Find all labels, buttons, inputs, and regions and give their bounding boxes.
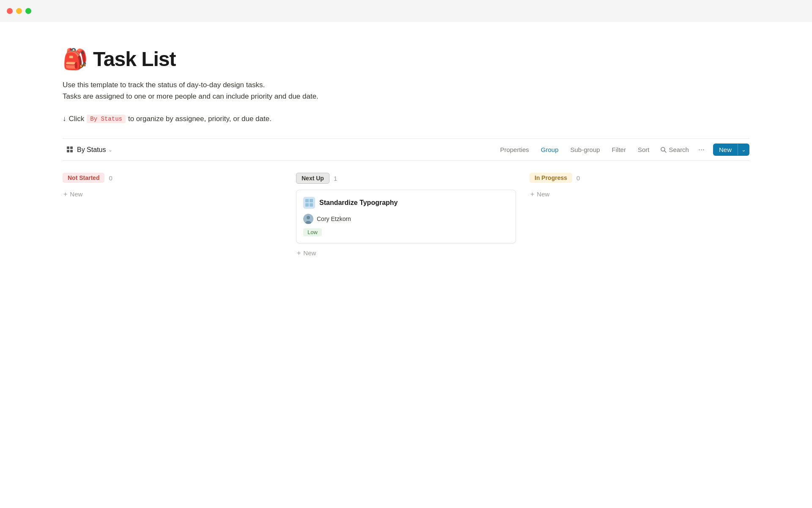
by-status-hint-badge[interactable]: By Status [87,115,126,123]
new-button[interactable]: New ⌄ [713,144,749,156]
filter-button[interactable]: Filter [607,144,631,155]
page-title: Task List [93,47,176,71]
avatar-image [303,214,313,224]
toolbar-left: By Status ⌄ [63,144,116,156]
task-title: Standardize Typography [319,199,398,207]
close-button[interactable] [7,8,13,14]
by-status-button[interactable]: By Status ⌄ [63,144,116,156]
status-badge-not-started: Not Started [63,173,104,183]
maximize-button[interactable] [25,8,31,14]
page-emoji: 🎒 [63,49,88,69]
add-new-label-not-started: New [70,190,82,198]
plus-icon: + [63,191,67,198]
status-badge-in-progress: In Progress [529,173,572,183]
svg-line-5 [664,151,666,152]
column-header-not-started: Not Started 0 [63,173,283,183]
hint-text1: Click [69,115,85,123]
plus-icon: + [530,191,534,198]
column-in-progress: In Progress 0 + New [529,173,749,199]
description-line1: Use this template to track the status of… [63,79,749,91]
add-new-in-progress[interactable]: + New [529,189,749,199]
page-description: Use this template to track the status of… [63,79,749,102]
group-button[interactable]: Group [536,144,564,155]
svg-rect-8 [305,203,309,207]
column-header-in-progress: In Progress 0 [529,173,749,183]
main-content: 🎒 Task List Use this template to track t… [0,22,812,258]
column-not-started: Not Started 0 + New [63,173,283,199]
assignee-name: Cory Etzkorn [317,215,351,222]
add-new-label-next-up: New [303,249,316,257]
task-card-header: Standardize Typography [303,197,509,209]
column-count-next-up: 1 [334,175,337,182]
svg-rect-6 [305,199,309,202]
add-new-label-in-progress: New [537,190,549,198]
subgroup-button[interactable]: Sub-group [565,144,605,155]
status-badge-next-up: Next Up [296,173,329,184]
svg-point-11 [307,216,310,219]
column-count-in-progress: 0 [576,174,580,182]
svg-rect-9 [310,203,313,207]
chevron-down-icon: ⌄ [108,147,112,153]
priority-label: Low [303,228,322,236]
by-status-label: By Status [77,146,106,154]
titlebar [0,0,812,22]
description-line2: Tasks are assigned to one or more people… [63,91,749,102]
grid-view-icon [66,146,74,154]
hint-row: ↓ Click By Status to organize by assigne… [63,115,749,123]
svg-rect-0 [67,146,69,149]
search-button[interactable]: Search [656,144,693,155]
minimize-button[interactable] [16,8,22,14]
sort-button[interactable]: Sort [633,144,655,155]
priority-badge: Low [303,228,509,236]
hint-arrow: ↓ [63,115,66,123]
column-next-up: Next Up 1 Standardize Typography [296,173,516,258]
toolbar-right: Properties Group Sub-group Filter Sort S… [495,143,749,156]
toolbar: By Status ⌄ Properties Group Sub-group F… [63,138,749,161]
new-button-label: New [713,144,738,156]
column-count-not-started: 0 [109,174,112,182]
hint-text2: to organize by assignee, priority, or du… [128,115,272,123]
svg-rect-2 [67,150,69,152]
properties-button[interactable]: Properties [495,144,534,155]
more-options-button[interactable]: ··· [695,143,708,156]
svg-rect-3 [70,150,73,152]
column-header-next-up: Next Up 1 [296,173,516,184]
add-new-next-up[interactable]: + New [296,248,516,258]
task-assignee-row: Cory Etzkorn [303,214,509,224]
search-label: Search [669,146,689,153]
add-new-not-started[interactable]: + New [63,189,283,199]
board: Not Started 0 + New Next Up 1 [63,173,749,258]
page-title-row: 🎒 Task List [63,47,749,71]
search-icon [660,146,667,153]
svg-rect-1 [70,146,73,149]
task-type-icon [303,197,315,209]
new-button-chevron: ⌄ [738,144,749,155]
task-card-standardize-typography[interactable]: Standardize Typography Cory Etzkorn Low [296,190,516,243]
svg-rect-7 [310,199,313,202]
avatar [303,214,313,224]
plus-icon: + [297,250,301,257]
